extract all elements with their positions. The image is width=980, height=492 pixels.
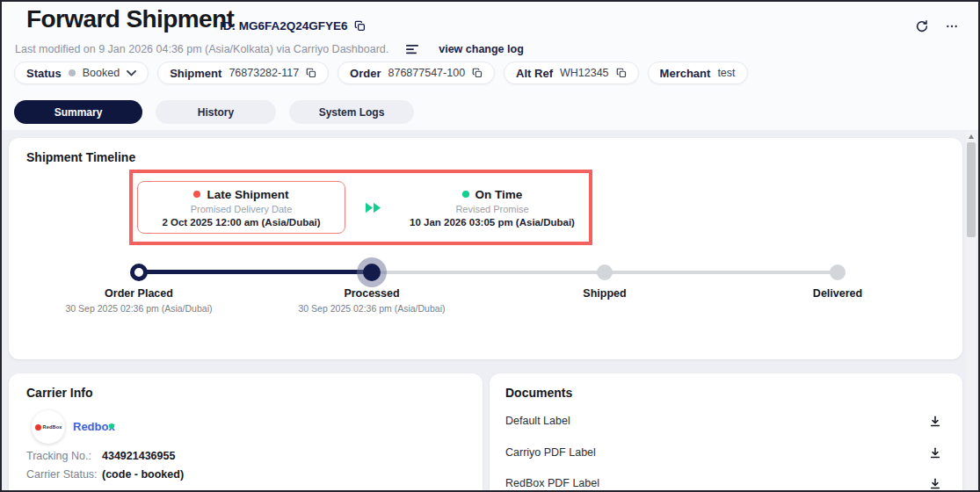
vertical-scrollbar-thumb[interactable]	[967, 142, 976, 237]
timeline-title: Shipment Timeline	[26, 150, 135, 164]
download-icon[interactable]	[929, 415, 941, 428]
shipment-pill-value: 76873282-117	[229, 67, 299, 79]
copy-id-icon[interactable]	[354, 20, 366, 32]
late-status-text: Late Shipment	[207, 188, 288, 201]
last-modified-text: Last modified on 9 Jan 2026 04:36 pm (As…	[15, 43, 388, 55]
carrier-logo: RedBox	[32, 410, 65, 444]
tab-system-logs[interactable]: System Logs	[289, 100, 414, 124]
carrier-info-title: Carrier Info	[26, 386, 92, 400]
step-dot-order-placed	[130, 264, 148, 281]
chevron-down-icon	[127, 70, 136, 76]
status-pill-label: Status	[26, 67, 62, 80]
header-actions	[915, 19, 959, 33]
tab-history[interactable]: History	[156, 100, 276, 124]
late-shipment-promise: Late Shipment Promised Delivery Date 2 O…	[137, 181, 345, 234]
shipment-id: ID: MG6FA2Q24GFYE6	[220, 19, 348, 33]
redbox-logo-dot-icon	[35, 424, 41, 430]
reference-pills: Status Booked Shipment 76873282-117 Orde…	[14, 62, 748, 84]
scrollbar-up-arrow-icon[interactable]	[969, 134, 974, 139]
ontime-status-text: On Time	[475, 188, 523, 201]
step-date-processed: 30 Sep 2025 02:36 pm (Asia/Dubai)	[299, 303, 446, 314]
step-label-shipped: Shipped	[583, 287, 626, 300]
shipment-pill-label: Shipment	[170, 67, 221, 80]
progress-line-completed	[134, 270, 372, 274]
step-dot-shipped	[597, 264, 613, 280]
view-change-log-link[interactable]: view change log	[439, 43, 524, 55]
merchant-pill-label: Merchant	[660, 67, 711, 80]
status-dot-icon	[69, 69, 76, 76]
refresh-icon[interactable]	[915, 19, 929, 33]
revised-promise-subtitle: Revised Promise	[455, 204, 528, 214]
carrier-info-card: Carrier Info RedBox Redbox Tracking No.:…	[9, 373, 483, 492]
page-title: Forward Shipment	[26, 5, 234, 33]
carrier-status-label: Carrier Status:	[26, 468, 102, 481]
ontime-status-dot-icon	[462, 191, 469, 198]
step-date-order-placed: 30 Sep 2025 02:36 pm (Asia/Dubai)	[66, 303, 213, 314]
document-name: Carriyo PDF Label	[505, 446, 596, 459]
documents-title: Documents	[505, 386, 572, 400]
fast-forward-icon	[365, 201, 381, 217]
order-pill-value: 876877547-100	[388, 67, 466, 79]
step-dot-processed	[363, 264, 381, 281]
change-log-icon[interactable]	[406, 44, 419, 54]
document-name: Default Label	[505, 415, 570, 427]
detail-tabs: Summary History System Logs	[14, 100, 414, 124]
shipment-detail-page: Forward Shipment ID: MG6FA2Q24GFYE6 Last…	[0, 0, 980, 492]
more-options-icon[interactable]	[945, 19, 959, 33]
status-pill-value: Booked	[83, 67, 120, 79]
merchant-pill-value: test	[717, 67, 735, 79]
carrier-active-dot-icon	[109, 423, 114, 429]
document-row: Default Label	[505, 411, 941, 430]
documents-card: Documents Default Label Carriyo PDF Labe…	[490, 373, 962, 492]
step-label-delivered: Delivered	[813, 287, 862, 300]
carrier-status-row: Carrier Status: (code - booked)	[26, 468, 184, 481]
document-row: Carriyo PDF Label	[505, 443, 941, 462]
download-icon[interactable]	[929, 446, 941, 459]
tab-summary[interactable]: Summary	[14, 100, 142, 124]
carrier-status-value: (code - booked)	[102, 468, 184, 481]
promise-annotation-highlight: Late Shipment Promised Delivery Date 2 O…	[129, 170, 592, 245]
document-row: RedBox PDF Label	[505, 474, 941, 492]
alt-ref-pill-value: WH12345	[560, 67, 609, 79]
order-pill: Order 876877547-100	[338, 62, 495, 84]
redbox-logo-text: RedBox	[43, 424, 62, 430]
merchant-pill: Merchant test	[648, 62, 748, 84]
late-promise-subtitle: Promised Delivery Date	[191, 204, 293, 214]
order-pill-label: Order	[350, 67, 381, 80]
copy-alt-ref-icon[interactable]	[616, 68, 627, 78]
step-dot-delivered	[830, 264, 846, 280]
shipment-id-row: ID: MG6FA2Q24GFYE6	[220, 19, 366, 33]
copy-order-icon[interactable]	[472, 68, 483, 78]
revised-promise-date: 10 Jan 2026 03:05 pm (Asia/Dubai)	[410, 217, 575, 228]
late-promise-date: 2 Oct 2025 12:00 am (Asia/Dubai)	[162, 217, 320, 228]
status-pill[interactable]: Status Booked	[14, 62, 149, 84]
tracking-number-value: 434921436955	[102, 450, 175, 462]
download-icon[interactable]	[929, 477, 941, 490]
tracking-number-row: Tracking No.: 434921436955	[26, 450, 175, 462]
late-status-dot-icon	[193, 191, 200, 198]
alt-ref-pill-label: Alt Ref	[516, 67, 553, 80]
shipment-timeline-card: Shipment Timeline Late Shipment Promised…	[9, 138, 962, 359]
revised-promise: On Time Revised Promise 10 Jan 2026 03:0…	[390, 181, 594, 234]
step-label-order-placed: Order Placed	[105, 287, 173, 300]
last-modified-row: Last modified on 9 Jan 2026 04:36 pm (As…	[15, 43, 524, 55]
tracking-number-label: Tracking No.:	[26, 450, 102, 462]
shipment-pill: Shipment 76873282-117	[157, 62, 329, 84]
step-label-processed: Processed	[344, 287, 399, 300]
alt-ref-pill: Alt Ref WH12345	[504, 62, 638, 84]
document-name: RedBox PDF Label	[505, 477, 599, 489]
copy-shipment-icon[interactable]	[306, 68, 316, 78]
